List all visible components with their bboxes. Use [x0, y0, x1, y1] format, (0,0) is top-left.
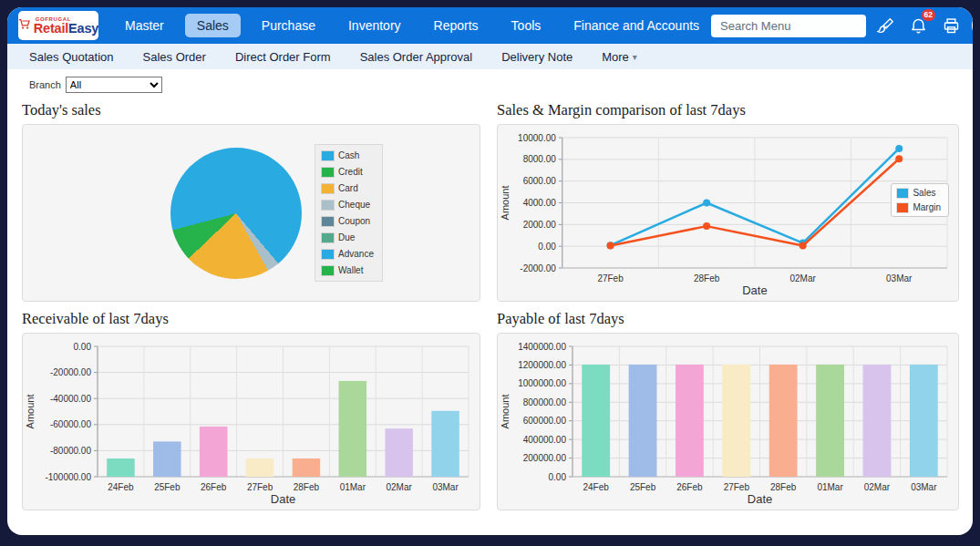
svg-text:8000.00: 8000.00 [523, 154, 557, 164]
pie-legend-item-card[interactable]: Card [322, 183, 374, 193]
subnav-item-label: Sales Order Approval [360, 50, 473, 64]
margin-point-03mar [895, 155, 903, 162]
sales-margin-panel: -2000.000.002000.004000.006000.008000.00… [497, 124, 959, 302]
nav-item-sales[interactable]: Sales [185, 14, 241, 37]
svg-text:02Mar: 02Mar [789, 273, 816, 283]
branch-select[interactable]: All [66, 77, 162, 93]
pie-legend-item-coupon[interactable]: Coupon [322, 216, 374, 226]
receivable-panel: -100000.00-80000.00-60000.00-40000.00-20… [22, 333, 480, 510]
pie-legend-item-cash[interactable]: Cash [322, 150, 374, 160]
svg-text:1000000.00: 1000000.00 [518, 378, 566, 388]
branch-filter: Branch All [29, 77, 959, 93]
svg-text:27Feb: 27Feb [597, 273, 624, 283]
svg-text:27Feb: 27Feb [724, 482, 750, 492]
notifications-button[interactable]: 62 [904, 12, 932, 39]
svg-text:1400000.00: 1400000.00 [518, 342, 566, 352]
chevron-down-icon: ▾ [633, 52, 637, 62]
todays-sales-cell: Today's sales CashCreditCardChequeCoupon… [22, 93, 480, 302]
nav-item-tools[interactable]: Tools [500, 14, 553, 37]
bar-26feb [676, 365, 704, 477]
todays-sales-panel: CashCreditCardChequeCouponDueAdvanceWall… [22, 124, 480, 302]
search-input[interactable] [711, 15, 866, 37]
theme-brush-button[interactable] [872, 12, 899, 39]
svg-text:28Feb: 28Feb [770, 482, 797, 492]
svg-text:-2000.00: -2000.00 [520, 263, 556, 273]
main-menu: MasterSalesPurchaseInventoryReportsTools… [113, 14, 711, 37]
payable-title: Payable of last 7days [497, 310, 959, 328]
nav-item-inventory[interactable]: Inventory [336, 14, 413, 37]
margin-point-28feb [703, 222, 710, 230]
todays-sales-title: Today's sales [22, 101, 480, 119]
print-button[interactable] [937, 12, 965, 39]
legend-item-sales[interactable]: Sales [897, 188, 941, 198]
pie-legend-item-cheque[interactable]: Cheque [322, 200, 374, 210]
svg-text:Amount: Amount [500, 186, 511, 221]
bar-01mar [339, 381, 367, 477]
legend-swatch [322, 151, 334, 160]
subnav-item-label: Sales Order [143, 50, 206, 64]
svg-text:2000.00: 2000.00 [523, 220, 557, 230]
svg-text:Date: Date [271, 492, 295, 506]
subnav-item-label: Delivery Note [501, 50, 573, 64]
bar-28feb [293, 458, 321, 477]
subnav-item-sales-order-approval[interactable]: Sales Order Approval [360, 50, 473, 64]
legend-label: Wallet [338, 265, 363, 275]
bar-03mar [910, 365, 938, 477]
subnav-item-direct-order-form[interactable]: Direct Order Form [235, 50, 331, 64]
svg-text:24Feb: 24Feb [583, 482, 610, 492]
svg-text:Amount: Amount [25, 395, 36, 429]
bar-24feb [107, 458, 135, 477]
legend-label: Advance [338, 249, 374, 259]
bar-28feb [769, 365, 798, 477]
nav-item-purchase[interactable]: Purchase [250, 14, 327, 37]
svg-text:03Mar: 03Mar [432, 482, 459, 492]
svg-text:Date: Date [748, 492, 772, 506]
svg-text:02Mar: 02Mar [864, 482, 891, 492]
charts-grid: Today's sales CashCreditCardChequeCoupon… [22, 93, 959, 510]
legend-swatch [322, 201, 334, 210]
margin-point-02mar [799, 242, 807, 249]
legend-label: Credit [338, 167, 363, 177]
pie-legend-item-wallet[interactable]: Wallet [322, 265, 374, 275]
user-avatar[interactable] [972, 12, 973, 39]
svg-text:600000.00: 600000.00 [523, 416, 567, 426]
nav-item-master[interactable]: Master [113, 14, 176, 37]
svg-text:6000.00: 6000.00 [523, 176, 557, 186]
subnav-item-label: More [602, 50, 629, 64]
top-nav: GOFRUGAL RetailEasy MasterSalesPurchaseI… [7, 7, 973, 44]
pie-legend-item-advance[interactable]: Advance [322, 249, 374, 259]
pie-legend-item-credit[interactable]: Credit [322, 167, 374, 177]
brand-text: GOFRUGAL RetailEasy [34, 16, 98, 36]
legend-swatch [322, 250, 334, 259]
pie-legend: CashCreditCardChequeCouponDueAdvanceWall… [315, 144, 383, 282]
legend-swatch [322, 233, 334, 242]
paintbrush-icon [876, 16, 895, 36]
svg-text:28Feb: 28Feb [694, 273, 720, 283]
legend-label: Cheque [338, 200, 370, 210]
dashboard-content: Branch All Today's sales CashCreditCardC… [7, 69, 973, 510]
svg-text:0.00: 0.00 [74, 342, 92, 352]
subnav-item-sales-quotation[interactable]: Sales Quotation [29, 50, 114, 64]
todays-sales-pie [170, 148, 302, 279]
subnav-item-more[interactable]: More▾ [602, 50, 637, 64]
sales-margin-chart: -2000.000.002000.004000.006000.008000.00… [498, 125, 958, 301]
sales-margin-legend: SalesMargin [891, 183, 949, 217]
nav-item-finance-and-accounts[interactable]: Finance and Accounts [562, 14, 711, 37]
bar-26feb [200, 427, 228, 477]
nav-item-reports[interactable]: Reports [422, 14, 490, 37]
sales-point-03mar [895, 145, 903, 152]
svg-text:-20000.00: -20000.00 [50, 367, 91, 377]
svg-text:03Mar: 03Mar [886, 273, 913, 283]
bar-24feb [582, 365, 610, 477]
legend-item-margin[interactable]: Margin [897, 202, 941, 212]
svg-text:Amount: Amount [500, 395, 511, 429]
legend-swatch [897, 203, 908, 212]
subnav-item-sales-order[interactable]: Sales Order [143, 50, 206, 64]
subnav-item-delivery-note[interactable]: Delivery Note [501, 50, 573, 64]
pie-legend-item-due[interactable]: Due [322, 232, 374, 242]
sales-margin-title: Sales & Margin comparison of last 7days [497, 101, 959, 119]
bar-03mar [431, 411, 459, 477]
svg-text:0.00: 0.00 [538, 242, 556, 252]
app-logo[interactable]: GOFRUGAL RetailEasy [18, 11, 98, 40]
svg-text:10000.00: 10000.00 [518, 133, 556, 143]
